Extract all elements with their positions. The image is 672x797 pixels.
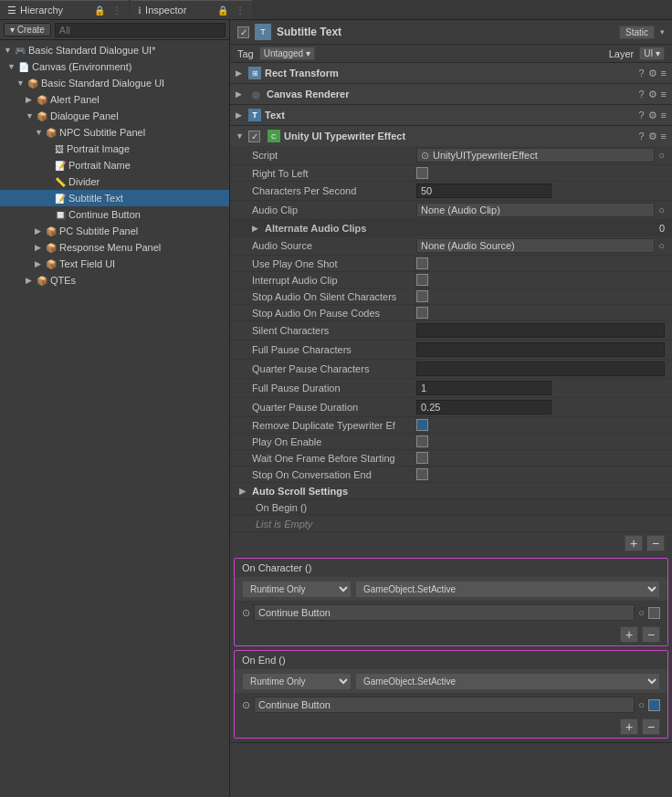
on-character-plus-btn[interactable]: +	[620, 626, 638, 643]
rect-help-icon[interactable]: ?	[638, 68, 644, 79]
auto-scroll-header[interactable]: ▶ Auto Scroll Settings	[230, 483, 672, 499]
tree-arrow-pc: ▶	[35, 226, 46, 236]
on-end-minus-btn[interactable]: −	[642, 718, 660, 735]
tree-item-qtes[interactable]: ▶ 📦 QTEs	[0, 272, 229, 288]
prop-chars-sec: Characters Per Second	[230, 182, 672, 201]
typewriter-settings-icon[interactable]: ⚙	[648, 131, 657, 142]
wait-frame-checkbox[interactable]	[416, 452, 428, 464]
typewriter-help-icon[interactable]: ?	[638, 131, 644, 142]
tree-item-subtitle-text[interactable]: 📝 Subtitle Text	[0, 190, 229, 206]
on-end-func-select[interactable]: GameObject.SetActive	[355, 673, 660, 690]
tree-item-root[interactable]: ▼ 🎮 Basic Standard Dialogue UI*	[0, 42, 229, 58]
rect-settings-icon[interactable]: ⚙	[648, 68, 657, 79]
typewriter-actions: ? ⚙ ≡	[638, 131, 667, 142]
remove-dup-checkbox[interactable]	[416, 419, 428, 431]
tree-item-bsdu[interactable]: ▼ 📦 Basic Standard Dialogue UI	[0, 75, 229, 91]
on-character-func-select[interactable]: GameObject.SetActive	[355, 581, 660, 598]
canvas-menu-icon[interactable]: ≡	[661, 89, 667, 100]
text-help-icon[interactable]: ?	[638, 110, 644, 121]
canvas-renderer-arrow: ▶	[236, 89, 245, 99]
typewriter-menu-icon[interactable]: ≡	[661, 131, 667, 142]
tree-item-dialogue[interactable]: ▼ 📦 Dialogue Panel	[0, 108, 229, 124]
on-character-row1: Runtime Only GameObject.SetActive	[235, 578, 667, 602]
hierarchy-search-input[interactable]	[55, 23, 226, 37]
prop-silent-chars-value	[416, 323, 665, 338]
layer-select[interactable]: UI ▾	[639, 47, 665, 60]
on-end-ref-icon[interactable]: ○	[638, 699, 645, 710]
on-character-minus-btn[interactable]: −	[642, 626, 660, 643]
static-dropdown-arrow: ▾	[660, 27, 665, 37]
on-character-ref-icon[interactable]: ○	[638, 607, 645, 618]
prop-remove-dup-label: Remove Duplicate Typewriter Ef	[252, 420, 416, 431]
inspector-lock-icon: 🔒	[217, 5, 228, 16]
on-end-obj-field[interactable]: Continue Button	[254, 697, 635, 713]
stop-convo-checkbox[interactable]	[416, 468, 428, 480]
tree-item-alert[interactable]: ▶ 📦 Alert Panel	[0, 91, 229, 108]
on-end-active-checkbox[interactable]	[648, 699, 660, 711]
auto-scroll-minus-btn[interactable]: −	[646, 535, 665, 551]
object-name: Subtitle Text	[277, 26, 614, 38]
rtl-checkbox[interactable]	[416, 167, 428, 179]
text-header[interactable]: ▶ T Text ? ⚙ ≡	[230, 105, 672, 125]
full-pause-dur-input[interactable]	[416, 381, 551, 395]
tree-item-response-menu[interactable]: ▶ 📦 Response Menu Panel	[0, 239, 229, 256]
tree-label-npc: NPC Subtitle Panel	[59, 127, 145, 138]
object-enabled-checkbox[interactable]	[237, 26, 249, 38]
tree-item-portrait-img[interactable]: 🖼 Portrait Image	[0, 141, 229, 157]
typewriter-enabled-checkbox[interactable]	[248, 131, 260, 142]
tree-item-text-field[interactable]: ▶ 📦 Text Field UI	[0, 256, 229, 272]
audio-source-circle-icon[interactable]: ○	[658, 240, 665, 251]
tab-inspector[interactable]: ℹ Inspector 🔒 ⋮	[131, 0, 252, 19]
use-play-checkbox[interactable]	[416, 257, 428, 269]
silent-chars-input[interactable]	[416, 323, 665, 338]
auto-scroll-plus-btn[interactable]: +	[625, 535, 643, 551]
tree-label-pc: PC Subtitle Panel	[59, 225, 138, 236]
tree-item-portrait-name[interactable]: 📝 Portrait Name	[0, 157, 229, 173]
on-character-obj-field[interactable]: Continue Button	[254, 604, 635, 621]
tree-item-pc-subtitle[interactable]: ▶ 📦 PC Subtitle Panel	[0, 223, 229, 239]
typewriter-header[interactable]: ▼ C Unity UI Typewriter Effect ? ⚙ ≡	[230, 126, 672, 146]
audio-clip-field[interactable]: None (Audio Clip)	[416, 203, 655, 217]
create-button[interactable]: ▾ Create	[4, 23, 51, 37]
audio-source-field[interactable]: None (Audio Source)	[416, 238, 655, 253]
play-enable-checkbox[interactable]	[416, 435, 428, 447]
tab-hierarchy[interactable]: ☰ Hierarchy 🔒 ⋮	[0, 0, 129, 19]
rect-menu-icon[interactable]: ≡	[661, 68, 667, 79]
audio-clip-circle-icon[interactable]: ○	[658, 204, 665, 215]
quarter-pause-chars-input[interactable]	[416, 362, 665, 376]
prop-remove-dup-value	[416, 419, 665, 431]
canvas-help-icon[interactable]: ?	[638, 89, 644, 100]
script-value: UnityUITypewriterEffect	[433, 150, 538, 161]
interrupt-checkbox[interactable]	[416, 274, 428, 286]
tree-item-env[interactable]: ▼ 📄 Canvas (Environment)	[0, 58, 229, 75]
tree-arrow-qtes: ▶	[26, 276, 37, 285]
script-field[interactable]: ⊙ UnityUITypewriterEffect	[416, 148, 655, 163]
on-character-timing-select[interactable]: Runtime Only	[242, 581, 352, 598]
script-circle-icon[interactable]: ○	[658, 150, 665, 161]
layer-label: Layer	[609, 48, 635, 59]
tag-value: Untagged	[264, 48, 303, 58]
tree-icon-env: 📄	[18, 62, 29, 72]
static-button[interactable]: Static	[619, 26, 655, 39]
canvas-settings-icon[interactable]: ⚙	[648, 89, 657, 100]
on-end-timing-select[interactable]: Runtime Only	[242, 673, 352, 690]
rect-transform-header[interactable]: ▶ ⊞ Rect Transform ? ⚙ ≡	[230, 63, 672, 83]
tree-item-npc[interactable]: ▼ 📦 NPC Subtitle Panel	[0, 124, 229, 141]
on-end-plus-btn[interactable]: +	[620, 718, 638, 735]
on-character-active-checkbox[interactable]	[648, 607, 660, 619]
chars-sec-input[interactable]	[416, 184, 551, 198]
quarter-pause-dur-input[interactable]	[416, 400, 551, 414]
stop-pause-checkbox[interactable]	[416, 307, 428, 319]
prop-chars-sec-value	[416, 184, 665, 198]
text-settings-icon[interactable]: ⚙	[648, 110, 657, 121]
full-pause-chars-input[interactable]	[416, 342, 665, 357]
text-menu-icon[interactable]: ≡	[661, 110, 667, 121]
rect-transform-section: ▶ ⊞ Rect Transform ? ⚙ ≡	[230, 63, 672, 84]
tree-item-continue-btn[interactable]: 🔲 Continue Button	[0, 206, 229, 223]
stop-silent-checkbox[interactable]	[416, 290, 428, 302]
prop-wait-one-frame: Wait One Frame Before Starting	[230, 450, 672, 467]
tag-select[interactable]: Untagged ▾	[259, 47, 315, 60]
tree-item-divider[interactable]: 📏 Divider	[0, 173, 229, 190]
canvas-renderer-header[interactable]: ▶ ◎ Canvas Renderer ? ⚙ ≡	[230, 84, 672, 104]
inspector-scroll[interactable]: T Subtitle Text Static ▾ Tag Untagged ▾ …	[230, 20, 672, 797]
